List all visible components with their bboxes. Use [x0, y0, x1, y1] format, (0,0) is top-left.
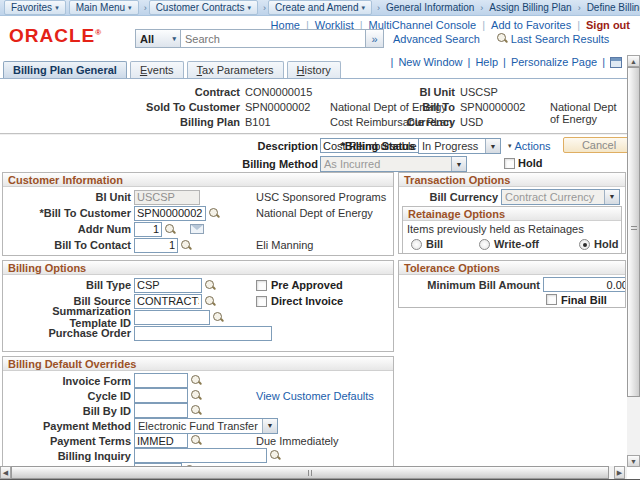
invoice-form-input[interactable] — [134, 373, 188, 388]
billing-plan-value: B101 — [245, 116, 271, 128]
final-bill-checkbox[interactable] — [546, 294, 557, 305]
summarization-template-input[interactable] — [134, 310, 210, 325]
page-tabs: Billing Plan General Events Tax Paramete… — [3, 61, 341, 78]
bi-unit-label: BI Unit — [398, 86, 455, 98]
section-title: Transaction Options — [399, 173, 625, 187]
bill-to-customer-input[interactable] — [134, 206, 206, 221]
tab-events[interactable]: Events — [130, 61, 184, 78]
pre-approved-field: Pre Approved — [256, 279, 343, 291]
breadcrumb-create-and-amend[interactable]: Create and Amend ▾ — [268, 0, 372, 15]
breadcrumb-customer-contracts[interactable]: Customer Contracts ▾ — [149, 0, 258, 15]
lookup-icon[interactable] — [204, 295, 216, 308]
payment-method-select[interactable]: Electronic Fund Transfer ▼ — [134, 418, 278, 434]
lookup-icon[interactable] — [190, 434, 202, 447]
invoice-form-label: Invoice Form — [5, 375, 134, 387]
breadcrumb-assign-billing-plan[interactable]: Assign Billing Plan — [485, 2, 575, 13]
billing-inquiry-field: Billing Inquiry — [3, 448, 393, 463]
bi-unit-input — [134, 190, 200, 205]
hold-radio[interactable] — [579, 239, 590, 250]
cycle-id-input[interactable] — [134, 388, 188, 403]
scroll-right-arrow[interactable]: ▶ — [614, 466, 625, 479]
advanced-search-link[interactable]: Advanced Search — [393, 33, 480, 45]
bi-unit-value: USCSP — [460, 86, 498, 98]
address-envelope-icon[interactable] — [190, 224, 204, 234]
personalize-grid-icon[interactable] — [610, 57, 622, 68]
separator: | — [602, 56, 605, 68]
breadcrumb-general-information[interactable]: General Information — [382, 2, 478, 13]
contract-header-row: Contract CON0000015 BI Unit USCSP — [0, 86, 627, 100]
write-off-radio[interactable] — [479, 239, 490, 250]
bill-currency-select: Contract Currency ▼ — [501, 189, 620, 205]
billing-inquiry-input[interactable] — [134, 448, 267, 463]
hold-field: Hold — [504, 157, 542, 169]
lookup-icon[interactable] — [164, 223, 176, 236]
dropdown-arrow-icon[interactable]: ▼ — [485, 139, 500, 153]
help-link[interactable]: Help — [475, 56, 498, 68]
breadcrumb-favorites[interactable]: Favorites ▾ — [4, 0, 66, 15]
bi-unit-field: BI Unit USC Sponsored Programs — [3, 189, 393, 205]
invoice-form-field: Invoice Form — [3, 373, 393, 388]
breadcrumb-main-menu[interactable]: Main Menu ▾ — [69, 0, 139, 15]
scroll-up-arrow[interactable]: ▲ — [627, 55, 640, 67]
purchase-order-input[interactable] — [134, 326, 272, 341]
lookup-icon[interactable] — [180, 239, 192, 252]
billing-status-select[interactable]: In Progress ▼ — [418, 138, 501, 154]
search-input[interactable] — [181, 29, 366, 48]
bill-radio[interactable] — [411, 239, 422, 250]
personalize-page-link[interactable]: Personalize Page — [511, 56, 597, 68]
scroll-left-arrow[interactable]: ◀ — [0, 466, 11, 479]
lookup-icon[interactable] — [208, 207, 220, 220]
payment-method-label: Payment Method — [5, 420, 134, 432]
actions-menu[interactable]: ▾ Actions — [508, 140, 551, 152]
contract-label: Contract — [85, 86, 240, 98]
search-scope-select[interactable]: All ▾ — [135, 29, 181, 48]
separator: | — [468, 56, 471, 68]
horizontal-scrollbar[interactable]: ◀ ▶ — [0, 466, 627, 479]
lookup-icon[interactable] — [190, 389, 202, 402]
bill-type-input[interactable] — [134, 278, 202, 293]
billing-header-note-link[interactable]: Billing Header Note — [7, 351, 102, 352]
lookup-icon[interactable] — [204, 279, 216, 292]
last-search-results-link[interactable]: Last Search Results — [511, 33, 609, 45]
scroll-down-arrow[interactable]: ▼ — [627, 455, 640, 467]
lookup-icon[interactable] — [269, 449, 281, 462]
lookup-icon[interactable] — [190, 374, 202, 387]
lookup-icon[interactable] — [190, 404, 202, 417]
billing-status-label: *Billing Status — [330, 140, 415, 152]
internal-notes-link[interactable]: Internal Notes — [133, 351, 201, 352]
cancel-button[interactable]: Cancel — [563, 137, 635, 153]
pre-approved-checkbox[interactable] — [256, 280, 267, 291]
minimum-bill-amount-input[interactable] — [543, 277, 626, 292]
actions-link[interactable]: Actions — [515, 140, 551, 152]
bill-by-id-input[interactable] — [134, 403, 188, 418]
payment-terms-desc: Due Immediately — [256, 435, 339, 447]
horizontal-scroll-thumb[interactable] — [11, 466, 609, 479]
vertical-scroll-thumb[interactable] — [627, 67, 640, 397]
breadcrumb-label: Create and Amend — [275, 2, 358, 13]
tab-history[interactable]: History — [287, 61, 341, 78]
breadcrumb-separator-icon: › — [142, 3, 149, 13]
view-customer-defaults-link[interactable]: View Customer Defaults — [256, 390, 374, 402]
addr-num-input[interactable] — [134, 222, 162, 237]
actions-caret-icon: ▾ — [508, 142, 512, 150]
hold-checkbox[interactable] — [504, 158, 515, 169]
hold-label: Hold — [518, 157, 542, 169]
payment-terms-input[interactable] — [134, 433, 188, 448]
search-go-button[interactable]: » — [366, 29, 384, 48]
bill-to-contact-input[interactable] — [134, 238, 178, 253]
lookup-icon[interactable] — [212, 311, 224, 324]
new-window-link[interactable]: New Window — [398, 56, 462, 68]
preview-summarization-template-link[interactable]: Preview Summarization Template — [227, 351, 390, 352]
search-scope-value: All — [140, 33, 154, 45]
tab-billing-plan-general[interactable]: Billing Plan General — [3, 61, 127, 78]
direct-invoice-checkbox[interactable] — [256, 296, 267, 307]
payment-terms-field: Payment Terms Due Immediately — [3, 433, 393, 448]
bill-to-customer-label: *Bill To Customer — [5, 207, 134, 219]
bi-unit-desc: USC Sponsored Programs — [256, 191, 386, 203]
breadcrumb-label: Favorites — [11, 2, 52, 13]
currency-label: Currency — [398, 116, 455, 128]
vertical-scrollbar[interactable]: ▲ ▼ — [627, 55, 640, 467]
dropdown-arrow-icon[interactable]: ▼ — [262, 419, 277, 433]
tab-tax-parameters[interactable]: Tax Parameters — [187, 61, 284, 78]
bill-source-input[interactable] — [134, 294, 202, 309]
